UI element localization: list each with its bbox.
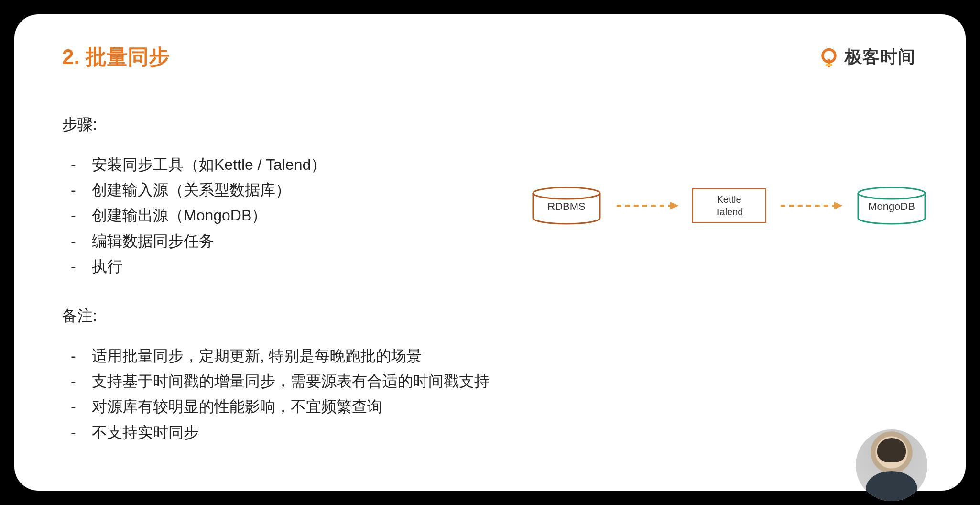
slide-title: 2. 批量同步: [62, 43, 918, 71]
svg-marker-3: [670, 202, 679, 209]
target-db-icon: MongoDB: [856, 187, 927, 225]
notes-list: 适用批量同步，定期更新, 特别是每晚跑批的场景 支持基于时间戳的增量同步，需要源…: [62, 344, 502, 445]
etl-tool-box: Kettle Talend: [692, 188, 766, 223]
list-item: 不支持实时同步: [62, 420, 502, 445]
list-item: 创建输入源（关系型数据库）: [62, 178, 502, 202]
list-item: 对源库有较明显的性能影响，不宜频繁查询: [62, 395, 502, 419]
architecture-diagram: RDBMS Kettle Talend MongoDB: [531, 182, 927, 230]
arrow-icon: [770, 198, 852, 213]
list-item: 支持基于时间戳的增量同步，需要源表有合适的时间戳支持: [62, 369, 502, 394]
steps-list: 安装同步工具（如Kettle / Talend） 创建输入源（关系型数据库） 创…: [62, 153, 502, 279]
list-item: 编辑数据同步任务: [62, 229, 502, 253]
text-column: 步骤: 安装同步工具（如Kettle / Talend） 创建输入源（关系型数据…: [62, 114, 502, 472]
source-db-label: RDBMS: [547, 200, 585, 213]
slide: 2. 批量同步 极客时间 步骤: 安装同步工具（如Kettle / Talend…: [14, 14, 966, 491]
steps-heading: 步骤:: [62, 114, 502, 135]
tool-name-2: Talend: [715, 206, 743, 218]
content-area: 步骤: 安装同步工具（如Kettle / Talend） 创建输入源（关系型数据…: [62, 114, 918, 472]
notes-heading: 备注:: [62, 306, 502, 327]
arrow-icon: [606, 198, 688, 213]
source-db-icon: RDBMS: [531, 187, 602, 225]
presenter-avatar: [856, 429, 927, 501]
brand-logo: 极客时间: [819, 45, 915, 69]
target-db-label: MongoDB: [868, 200, 915, 213]
svg-point-1: [533, 187, 600, 199]
list-item: 适用批量同步，定期更新, 特别是每晚跑批的场景: [62, 344, 502, 368]
list-item: 创建输出源（MongoDB）: [62, 203, 502, 228]
list-item: 安装同步工具（如Kettle / Talend）: [62, 153, 502, 177]
svg-marker-5: [834, 202, 842, 209]
brand-icon: [819, 47, 839, 67]
svg-point-6: [858, 187, 925, 199]
list-item: 执行: [62, 254, 502, 279]
brand-text: 极客时间: [845, 45, 915, 69]
tool-name-1: Kettle: [717, 193, 741, 206]
